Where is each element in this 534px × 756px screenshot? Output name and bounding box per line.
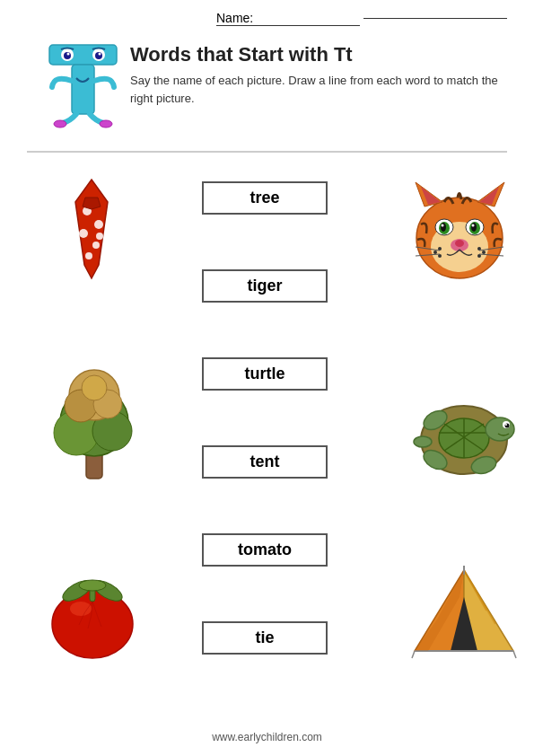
word-box-tie: tie	[202, 621, 328, 655]
footer: www.earlychildren.com	[0, 731, 534, 743]
turtle-picture	[410, 386, 518, 494]
svg-rect-0	[49, 45, 117, 65]
divider	[27, 151, 507, 153]
svg-point-14	[92, 242, 100, 249]
svg-point-13	[79, 229, 88, 238]
svg-point-64	[486, 418, 514, 441]
svg-point-45	[472, 224, 475, 227]
svg-point-66	[505, 424, 510, 428]
page-description: Say the name of each picture. Draw a lin…	[130, 72, 507, 107]
name-underline	[363, 18, 507, 19]
svg-point-42	[441, 223, 446, 232]
svg-point-49	[433, 251, 437, 254]
svg-point-67	[505, 424, 507, 426]
header: Words that Start with Tt Say the name of…	[130, 43, 507, 107]
svg-point-52	[482, 251, 486, 254]
svg-marker-10	[75, 180, 108, 278]
svg-point-27	[70, 602, 92, 616]
svg-marker-17	[83, 198, 101, 209]
word-box-tomato: tomato	[202, 533, 328, 567]
svg-point-31	[79, 580, 106, 591]
word-box-tree: tree	[202, 181, 328, 215]
worksheet-page: Name:	[0, 0, 534, 756]
svg-point-16	[96, 233, 103, 240]
svg-point-47	[455, 240, 464, 247]
svg-line-80	[513, 651, 516, 658]
svg-point-6	[67, 53, 70, 56]
name-label: Name:	[216, 11, 360, 26]
svg-point-8	[54, 120, 66, 127]
tie-picture	[49, 175, 135, 292]
word-box-tiger: tiger	[202, 269, 328, 303]
letter-t-mascot	[45, 40, 121, 135]
tiger-picture	[408, 175, 512, 292]
svg-line-79	[412, 651, 415, 658]
svg-point-43	[471, 223, 477, 232]
svg-rect-1	[72, 65, 94, 114]
tree-picture	[45, 368, 144, 485]
svg-point-71	[414, 436, 432, 447]
svg-point-25	[82, 375, 107, 400]
tomato-picture	[43, 557, 142, 664]
word-box-turtle: turtle	[202, 357, 328, 391]
word-box-tent: tent	[202, 445, 328, 479]
name-line: Name:	[216, 11, 507, 26]
page-title: Words that Start with Tt	[130, 43, 507, 66]
svg-point-7	[99, 53, 101, 56]
svg-point-44	[442, 224, 444, 227]
svg-point-15	[85, 252, 92, 259]
tent-picture	[410, 561, 518, 669]
svg-point-9	[100, 120, 112, 127]
svg-point-12	[94, 220, 103, 229]
